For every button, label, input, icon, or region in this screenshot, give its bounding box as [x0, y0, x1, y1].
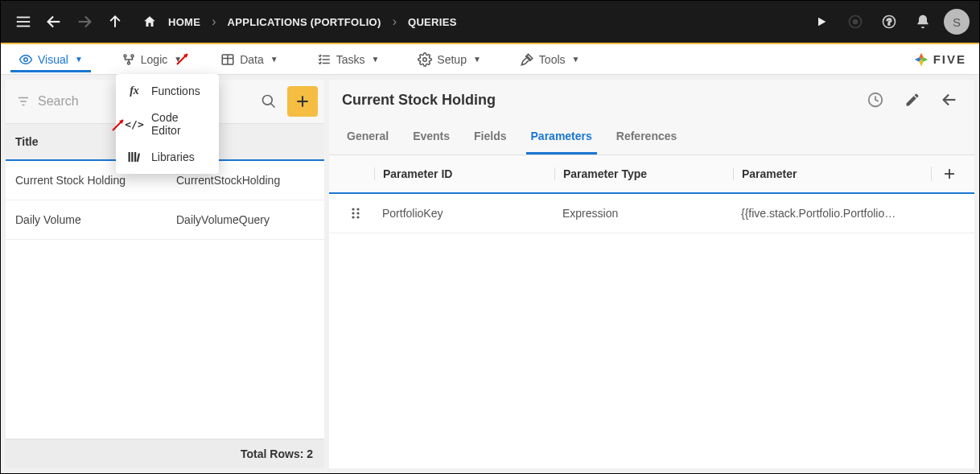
menu-label: Visual	[38, 53, 68, 66]
home-icon	[142, 14, 157, 29]
chevron-right-icon: ›	[212, 14, 216, 29]
tab-general[interactable]: General	[342, 120, 393, 155]
dropdown-label: Libraries	[151, 150, 195, 163]
list-footer: Total Rows: 2	[6, 439, 324, 468]
col-param-value[interactable]: Parameter	[733, 167, 931, 180]
menu-label: Logic	[141, 53, 167, 66]
bell-icon[interactable]	[910, 9, 936, 35]
dropdown-label: Code Editor	[151, 111, 209, 137]
svg-text:?: ?	[887, 17, 892, 27]
svg-point-12	[124, 55, 126, 57]
menu-setup[interactable]: Setup ▼	[410, 47, 489, 72]
row-id: DailyVolumeQuery	[176, 213, 270, 226]
menubar: Visual ▼ Logic ▼ Data ▼ Tasks ▼ Setup ▼ …	[1, 44, 979, 75]
tab-references[interactable]: References	[611, 120, 682, 155]
row-id: CurrentStockHolding	[176, 174, 280, 187]
param-value: {{five.stack.Portfolio.Portfolio…	[733, 207, 966, 220]
chevron-down-icon: ▼	[174, 55, 182, 64]
detail-header: Current Stock Holding	[329, 80, 974, 120]
svg-rect-28	[134, 152, 136, 162]
menu-tools[interactable]: Tools ▼	[512, 47, 588, 72]
tab-events[interactable]: Events	[408, 120, 455, 155]
topbar-right: ? S	[809, 9, 970, 35]
five-logo: FIVE	[912, 51, 970, 68]
svg-point-46	[356, 208, 359, 210]
explore-icon	[842, 9, 868, 35]
params-header: Parameter ID Parameter Type Parameter	[329, 155, 974, 194]
svg-rect-27	[131, 152, 133, 162]
breadcrumb: HOME › APPLICATIONS (PORTFOLIO) › QUERIE…	[142, 13, 462, 31]
chevron-down-icon: ▼	[270, 55, 278, 64]
tab-fields[interactable]: Fields	[469, 120, 511, 155]
list-body: Current Stock Holding CurrentStockHoldin…	[6, 161, 324, 439]
svg-point-37	[263, 96, 273, 105]
chevron-down-icon: ▼	[371, 55, 379, 64]
svg-line-38	[271, 104, 275, 108]
svg-point-47	[352, 212, 354, 214]
menu-data[interactable]: Data ▼	[212, 47, 286, 72]
topbar: HOME › APPLICATIONS (PORTFOLIO) › QUERIE…	[1, 1, 979, 44]
breadcrumb-applications[interactable]: APPLICATIONS (PORTFOLIO)	[223, 13, 386, 31]
library-icon	[126, 150, 143, 164]
history-icon[interactable]	[863, 88, 887, 112]
dropdown-functions[interactable]: fx Functions	[116, 77, 219, 105]
svg-point-48	[356, 212, 359, 214]
function-icon: fx	[126, 84, 143, 98]
svg-point-13	[131, 55, 134, 57]
dropdown-label: Functions	[151, 84, 200, 97]
param-id: PortfolioKey	[374, 207, 554, 220]
params-body: PortfolioKey Expression {{five.stack.Por…	[329, 194, 974, 468]
play-icon[interactable]	[809, 9, 834, 35]
col-param-type[interactable]: Parameter Type	[554, 167, 733, 180]
detail-tabs: General Events Fields Parameters Referen…	[329, 120, 974, 155]
menu-logic[interactable]: Logic ▼	[113, 47, 190, 72]
menu-label: Tasks	[336, 53, 365, 66]
detail-actions	[863, 88, 961, 112]
row-title: Current Stock Holding	[15, 174, 176, 187]
breadcrumb-queries[interactable]: QUERIES	[403, 13, 462, 31]
svg-point-21	[423, 57, 427, 61]
filter-icon[interactable]	[12, 94, 35, 109]
param-type: Expression	[554, 207, 733, 220]
svg-point-45	[352, 208, 354, 210]
topbar-left: HOME › APPLICATIONS (PORTFOLIO) › QUERIE…	[10, 9, 462, 35]
back-arrow-icon[interactable]	[937, 88, 961, 112]
logic-dropdown: fx Functions </> Code Editor Libraries	[116, 74, 219, 174]
col-param-id[interactable]: Parameter ID	[374, 167, 554, 180]
back-icon[interactable]	[41, 9, 67, 35]
help-icon[interactable]: ?	[876, 9, 902, 35]
svg-point-11	[24, 57, 28, 61]
hamburger-menu-icon[interactable]	[10, 9, 36, 35]
menu-label: Tools	[539, 53, 566, 66]
table-row[interactable]: PortfolioKey Expression {{five.stack.Por…	[329, 194, 974, 233]
search-icon[interactable]	[253, 86, 284, 117]
code-icon: </>	[126, 117, 143, 131]
menu-visual[interactable]: Visual ▼	[10, 47, 91, 72]
chevron-down-icon: ▼	[572, 55, 580, 64]
menu-label: Data	[240, 53, 264, 66]
row-title: Daily Volume	[15, 213, 176, 226]
menu-label: Setup	[437, 53, 467, 66]
svg-rect-26	[129, 152, 130, 162]
dropdown-code-editor[interactable]: </> Code Editor	[116, 105, 219, 143]
drag-handle-icon[interactable]	[337, 207, 374, 220]
tab-parameters[interactable]: Parameters	[526, 120, 597, 155]
detail-panel: Current Stock Holding General Events Fie…	[329, 80, 974, 468]
list-item[interactable]: Daily Volume DailyVolumeQuery	[6, 200, 324, 240]
add-param-button[interactable]	[931, 167, 966, 181]
avatar[interactable]: S	[944, 9, 970, 35]
chevron-right-icon: ›	[393, 14, 397, 29]
svg-rect-29	[137, 153, 140, 162]
svg-point-14	[127, 62, 130, 64]
menu-tasks[interactable]: Tasks ▼	[309, 47, 388, 72]
up-icon[interactable]	[102, 9, 128, 35]
edit-icon[interactable]	[900, 88, 924, 112]
breadcrumb-home[interactable]: HOME	[163, 13, 205, 31]
logo-text: FIVE	[933, 52, 966, 66]
chevron-down-icon: ▼	[473, 55, 481, 64]
add-button[interactable]	[287, 86, 318, 117]
svg-point-49	[352, 216, 354, 218]
svg-marker-6	[818, 18, 826, 27]
chevron-down-icon: ▼	[75, 55, 83, 64]
dropdown-libraries[interactable]: Libraries	[116, 143, 219, 171]
